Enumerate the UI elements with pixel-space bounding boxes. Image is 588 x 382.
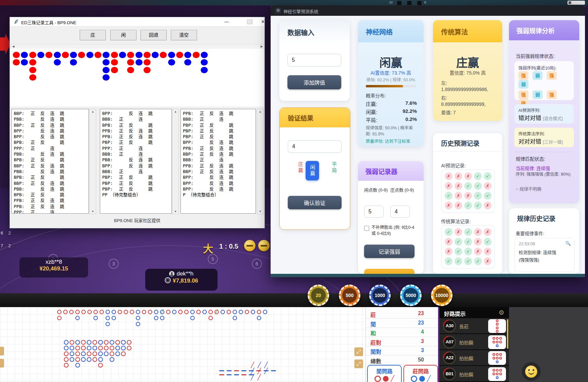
bet-chip-500[interactable]: 500 bbox=[339, 285, 360, 306]
pattern-row bbox=[496, 330, 499, 333]
bead-road-mark bbox=[115, 346, 120, 350]
pattern-list-right[interactable]: PPB:正反连跳BBB:正连PBP:正反跳PBP:正反跳PBP:正反跳BPP:反… bbox=[181, 109, 256, 214]
big-road-mark bbox=[106, 322, 110, 326]
ask-road-icons: ╱ bbox=[368, 375, 401, 382]
cross-mark: ✗ bbox=[464, 172, 472, 180]
player-balance: ¥7,819.06 bbox=[173, 278, 198, 284]
big-road-mark bbox=[257, 316, 261, 320]
big-road-mark bbox=[257, 310, 261, 314]
clear-button[interactable]: 清空 bbox=[171, 30, 197, 40]
good-road-code-badge: B01 bbox=[440, 365, 459, 382]
maximize-button[interactable] bbox=[247, 19, 252, 24]
scroll-left-icon[interactable]: ◀ bbox=[12, 45, 14, 48]
verify-option[interactable]: 庄赢 bbox=[297, 162, 304, 174]
good-road-gear-icon[interactable]: ⚙ bbox=[499, 309, 504, 316]
confidence-bar bbox=[366, 85, 416, 87]
good-road-pattern bbox=[488, 367, 506, 381]
natural-win-mark: ╱ bbox=[161, 309, 163, 314]
trad-seq-box: 传统算法序列: 对对对错 [三对一错] bbox=[514, 128, 574, 147]
partial-orange-button[interactable] bbox=[364, 269, 415, 274]
pattern-line: PPP:正连 bbox=[14, 145, 88, 151]
pred-titlebar[interactable]: ⚙ 神经引擎预测系统 bbox=[271, 5, 585, 16]
avatar-icon bbox=[169, 271, 174, 277]
ask-road-button[interactable]: 閒問路╱ bbox=[367, 365, 402, 382]
coin-button[interactable] bbox=[244, 240, 256, 251]
list-scrollbar[interactable]: ▲▼ bbox=[89, 109, 96, 214]
road-dash-mark bbox=[249, 370, 254, 371]
pattern-list-left[interactable]: BBP:正反连跳PBB:反连跳BBP:正反连跳BPP:反连跳BPP:反连跳BPB… bbox=[11, 109, 89, 214]
banker-button[interactable]: 庄 bbox=[80, 30, 106, 40]
big-road-mark bbox=[118, 310, 122, 314]
badge-row: 强弱强弱 bbox=[518, 71, 574, 89]
bead-canvas[interactable] bbox=[10, 49, 264, 107]
pattern-line: BPP:反连跳 bbox=[183, 180, 256, 185]
taskbar-widget[interactable] bbox=[567, 1, 585, 5]
resize-arrow-icon[interactable]: ⤢ bbox=[354, 347, 363, 356]
minimize-button[interactable]: — bbox=[222, 18, 232, 25]
event-card[interactable]: 22:53:08 🔍 检测到规律: 连续强 (强强强强) bbox=[514, 238, 575, 272]
close-button[interactable]: ✕ bbox=[258, 18, 268, 25]
tk-window-title: ED三珠记录工具 - BP9.ONE bbox=[21, 19, 76, 26]
taskbar-icon[interactable] bbox=[397, 1, 402, 5]
bead-dot bbox=[111, 67, 118, 73]
verify-option-selected[interactable]: 闲赢 bbox=[306, 161, 319, 180]
list-scrollbar[interactable]: ▲▼ bbox=[172, 109, 179, 214]
player-points-input[interactable] bbox=[364, 206, 384, 218]
verify-value-input[interactable] bbox=[288, 140, 342, 153]
trad-record-label: 传统算法记录: bbox=[441, 218, 471, 224]
scroll-right-icon[interactable]: ▶ bbox=[261, 45, 263, 48]
trad-seq-value: 对对对错 [三对一错] bbox=[518, 137, 563, 145]
undo-button[interactable]: 回退 bbox=[141, 30, 167, 40]
big-bet-label[interactable]: 大 bbox=[203, 241, 213, 255]
panel-recorder: 强弱记录器 闲点数 (0-9) 庄点数 (0-9) 不补牌胜出 (例: 9比0-… bbox=[358, 161, 424, 274]
big-road-mark bbox=[239, 310, 243, 314]
taskbar-icon[interactable] bbox=[417, 1, 422, 5]
panel-title: 强弱规律分析 bbox=[516, 26, 555, 35]
pattern-list-middle[interactable]: BPP:反连跳BBB:正连BPB:正反跳PPB:正反连跳PPB:正反连跳PBP:… bbox=[100, 109, 172, 214]
big-road-mark bbox=[263, 310, 267, 314]
chip-label: 1000 bbox=[373, 288, 387, 303]
tk-titlebar[interactable]: ED三珠记录工具 - BP9.ONE — ✕ bbox=[10, 17, 265, 27]
search-icon[interactable]: 🔍 bbox=[565, 241, 571, 246]
pattern-line: PPB:正反连跳 bbox=[183, 110, 256, 116]
record-strength-button[interactable]: 记录强弱 bbox=[364, 245, 415, 258]
sequence-box: 强弱序列(最近10局): 强弱强弱强弱强强强强 bbox=[514, 61, 574, 100]
app-gear-icon: ⚙ bbox=[275, 8, 281, 13]
bead-dot bbox=[29, 52, 36, 58]
emoji-button[interactable] bbox=[522, 362, 541, 381]
cross-mark: ✗ bbox=[455, 228, 462, 236]
pattern-line: BBB:正连 bbox=[183, 116, 256, 121]
bet-chip-1000[interactable]: 1000 bbox=[369, 285, 391, 306]
big-road-mark bbox=[184, 310, 189, 314]
list-scrollbar[interactable]: ▲▼ bbox=[257, 109, 264, 214]
good-road-item[interactable]: A07拍拍黐 bbox=[439, 334, 509, 350]
player-button[interactable]: 闲 bbox=[110, 30, 136, 40]
taskbar-icon[interactable] bbox=[407, 1, 412, 5]
road-display[interactable]: ╱╱╱╱╱╱╱╱╱╱⤢⤢ bbox=[0, 307, 365, 382]
bet-chip-20[interactable]: 20 bbox=[308, 285, 329, 306]
sequence-label: 强弱序列(最近10局): bbox=[518, 65, 556, 71]
smiley-icon bbox=[525, 366, 537, 378]
pattern-line: BPB:正反跳 bbox=[102, 122, 171, 127]
verify-option[interactable]: 平局 bbox=[330, 162, 338, 174]
resize-arrow-icon[interactable]: ⤢ bbox=[354, 359, 363, 368]
check-mark: ✓ bbox=[464, 238, 472, 246]
add-card-button[interactable]: 添加牌值 bbox=[287, 75, 341, 89]
bead-dot bbox=[135, 52, 143, 58]
confirm-verify-button[interactable]: 确认验证 bbox=[288, 196, 342, 209]
big-road-mark bbox=[172, 310, 177, 314]
panel-rule-history: 规律历史记录 重要规律事件: 22:53:08 🔍 检测到规律: 连续强 (强强… bbox=[509, 208, 579, 274]
no-draw-checkbox[interactable] bbox=[364, 226, 369, 231]
pattern-line: PBP:正反跳 bbox=[102, 185, 171, 191]
coin-icon bbox=[165, 277, 171, 283]
good-road-item[interactable]: B01拍拍黐 bbox=[439, 366, 509, 382]
ask-road-button[interactable]: 莊問路╱ bbox=[403, 365, 438, 382]
banker-points-input[interactable] bbox=[390, 206, 410, 218]
bet-chip-5000[interactable]: 5000 bbox=[400, 285, 422, 306]
coin-button[interactable] bbox=[258, 240, 270, 251]
bet-chip-10000[interactable]: 10000 bbox=[431, 285, 453, 306]
good-road-item[interactable]: A30長莊 bbox=[439, 318, 509, 334]
card-value-input[interactable] bbox=[287, 54, 341, 67]
good-road-item[interactable]: A22拍拍黐 bbox=[439, 350, 509, 366]
good-road-scrollbar[interactable] bbox=[507, 319, 508, 349]
